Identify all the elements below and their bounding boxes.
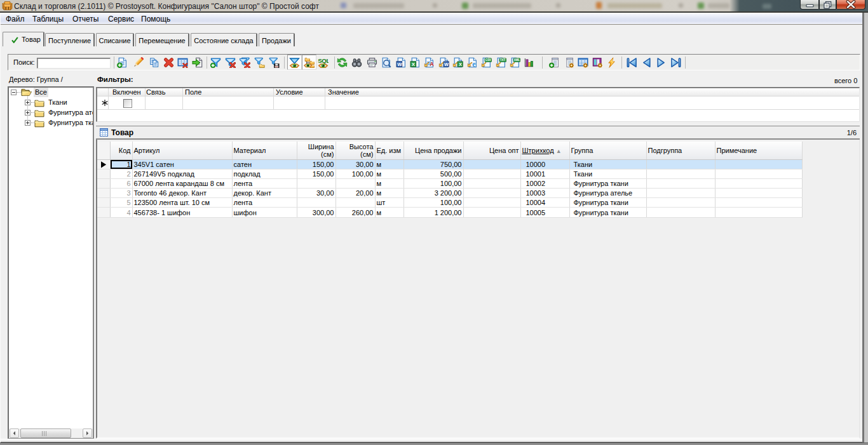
svg-text:X: X <box>412 62 416 67</box>
svg-text:SQL: SQL <box>318 57 329 64</box>
svg-text:e: e <box>472 60 475 68</box>
svg-text:X: X <box>459 62 462 67</box>
svg-text:XML: XML <box>514 58 520 62</box>
svg-text:CSV: CSV <box>485 58 491 62</box>
svg-text:W: W <box>444 62 449 67</box>
svg-text:TXT: TXT <box>499 58 505 62</box>
svg-text:W: W <box>397 62 402 67</box>
svg-text:A: A <box>430 61 434 67</box>
